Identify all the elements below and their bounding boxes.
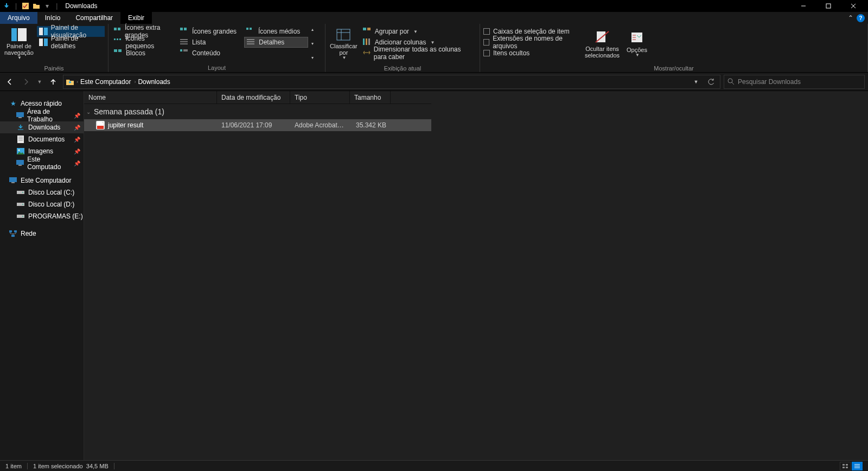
tiles-icon [114,49,123,57]
breadcrumb-downloads[interactable]: Downloads [138,78,170,86]
qat-dropdown-icon[interactable]: ▾ [43,2,52,10]
file-row[interactable]: jupiter result 11/06/2021 17:09 Adobe Ac… [84,119,431,131]
help-icon[interactable]: ? [857,14,865,22]
size-columns-button[interactable]: Dimensionar todas as colunas para caber [361,48,476,59]
layout-up-icon[interactable]: ▴ [311,27,314,32]
hide-selected-button[interactable]: Ocultar itens selecionados [583,26,621,62]
panes-group-label: Painéis [0,64,108,73]
col-name[interactable]: Nome [84,91,217,104]
tab-view[interactable]: Exibir [120,12,152,24]
layout-down-icon[interactable]: ▾ [311,41,314,46]
folder-icon[interactable] [32,2,41,10]
status-count: 1 item [5,463,22,469]
hidden-items-checkbox[interactable]: Itens ocultos [483,48,581,59]
medium-icons-button[interactable]: Ícones médios [244,26,308,37]
options-button[interactable]: Opções ▼ [623,26,650,62]
minimize-button[interactable] [791,0,816,12]
address-dropdown[interactable]: ▼ [690,75,703,88]
pictures-icon [16,148,25,154]
col-type[interactable]: Tipo [290,91,350,104]
svg-rect-52 [846,467,848,468]
svg-rect-48 [97,126,104,129]
divider: | [15,2,17,10]
tab-share[interactable]: Compartilhar [68,12,120,24]
group-header[interactable]: ⌄ Semana passada (1) [84,104,431,119]
sidebar-downloads[interactable]: Downloads📌 [0,121,84,133]
sidebar-disk-c[interactable]: Disco Local (C:) [0,186,84,198]
svg-rect-30 [18,117,22,118]
navigation-pane-button[interactable]: Painel de navegação ▼ [3,26,35,62]
chevron-down-icon: ▼ [430,40,435,45]
sidebar-documents[interactable]: Documentos📌 [0,133,84,145]
svg-rect-4 [39,28,43,35]
pin-icon: 📌 [74,137,80,143]
layout-more-icon[interactable]: ▾ [311,55,314,60]
close-button[interactable] [841,0,866,12]
address-bar[interactable]: › Este Computador› Downloads ▼ [63,75,720,89]
sidebar-desktop[interactable]: Área de Trabalho📌 [0,109,84,121]
documents-icon [16,136,25,143]
sidebar-network[interactable]: Rede [0,228,84,240]
details-pane-icon [39,38,48,46]
details-view-button[interactable]: Detalhes [244,37,308,48]
window-title: Downloads [65,2,97,10]
sidebar-disk-d[interactable]: Disco Local (D:) [0,198,84,210]
navigation-bar: ▼ › Este Computador› Downloads ▼ Pesquis… [0,73,868,91]
breadcrumb-this-pc[interactable]: Este Computador› [80,78,136,86]
downloads-icon [16,124,25,131]
chevron-right-icon[interactable]: › [76,79,78,85]
forward-button[interactable] [20,75,33,88]
tab-file[interactable]: Arquivo [0,12,37,24]
checkbox-icon [483,39,489,46]
svg-rect-7 [44,38,48,46]
search-box[interactable]: Pesquisar Downloads [724,75,865,89]
recent-dropdown[interactable]: ▼ [36,75,43,88]
svg-point-43 [22,216,23,217]
sidebar-this-pc[interactable]: Este Computador [0,175,84,186]
tiles-button[interactable]: Blocos [112,48,176,59]
small-icons-button[interactable]: Ícones pequenos [112,37,176,48]
tab-home[interactable]: Início [37,12,68,24]
qat-icon-1[interactable] [21,2,30,10]
svg-rect-10 [114,38,116,40]
svg-rect-12 [119,38,121,40]
col-date[interactable]: Data de modificação [217,91,290,104]
column-headers: Nome Data de modificação Tipo Tamanho [84,91,431,104]
file-size: 35.342 KB [350,121,391,129]
sidebar-this-pc-pinned[interactable]: Este Computado📌 [0,157,84,169]
back-button[interactable] [3,75,16,88]
chevron-down-icon: ▼ [635,53,640,58]
details-pane-label: Painel de detalhes [51,35,103,50]
svg-rect-1 [826,4,831,8]
file-ext-checkbox[interactable]: Extensões de nomes de arquivos [483,37,581,48]
sidebar-programas[interactable]: PROGRAMAS (E:) [0,210,84,222]
pin-icon: 📌 [74,160,80,166]
view-details-button[interactable] [852,462,863,470]
fit-icon [363,49,371,57]
pdf-icon [96,121,105,130]
ribbon: Painel de navegação ▼ Painel de visualiz… [0,24,868,73]
collapse-ribbon-icon[interactable]: ⌃ [848,14,853,22]
file-date: 11/06/2021 17:09 [217,121,290,129]
details-pane-button[interactable]: Painel de detalhes [37,37,105,48]
view-thumbnails-button[interactable] [840,462,851,470]
content-button[interactable]: Conteúdo [178,48,242,59]
options-icon [628,30,646,46]
preview-pane-icon [39,28,48,35]
svg-point-28 [728,79,732,83]
up-button[interactable] [47,75,60,88]
chevron-down-icon: ⌄ [86,109,91,115]
sort-by-button[interactable]: Classificar por ▼ [329,26,359,62]
col-size[interactable]: Tamanho [350,91,391,104]
svg-rect-34 [16,160,24,165]
list-button[interactable]: Lista [178,37,242,48]
svg-rect-49 [843,464,845,466]
refresh-button[interactable] [705,75,718,88]
group-by-button[interactable]: Agrupar por▼ [361,26,476,37]
down-arrow-icon [2,2,11,10]
svg-rect-36 [9,177,17,182]
maximize-button[interactable] [816,0,841,12]
large-icons-button[interactable]: Ícones grandes [178,26,242,37]
icons-icon [180,28,189,35]
svg-rect-9 [118,28,120,30]
